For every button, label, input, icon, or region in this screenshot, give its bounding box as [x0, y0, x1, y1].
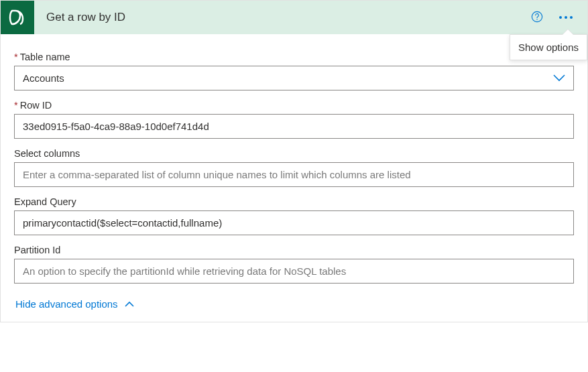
partition-id-input-wrapper: [14, 259, 574, 284]
select-columns-input[interactable]: [23, 169, 565, 180]
options-tooltip: Show options: [510, 34, 587, 60]
hide-advanced-options-toggle[interactable]: Hide advanced options: [14, 298, 134, 310]
expand-query-input[interactable]: [23, 217, 565, 229]
card-header: Get a row by ID Show options: [1, 1, 587, 34]
chevron-up-icon: [125, 298, 134, 310]
required-marker: *: [14, 52, 18, 62]
svg-point-4: [570, 16, 573, 19]
table-name-value: Accounts: [23, 72, 64, 84]
connector-icon: [1, 1, 34, 34]
field-expand-query: Expand Query: [14, 196, 574, 235]
header-actions: [531, 11, 587, 25]
select-columns-input-wrapper: [14, 162, 574, 187]
svg-point-3: [565, 16, 567, 19]
help-icon[interactable]: [531, 11, 543, 25]
field-table-name: *Table name Accounts: [14, 52, 574, 90]
field-partition-id: Partition Id: [14, 245, 574, 284]
select-columns-label: Select columns: [14, 148, 574, 159]
action-card: Get a row by ID Show options: [0, 0, 588, 322]
svg-point-1: [536, 19, 538, 20]
dataverse-icon: [7, 7, 27, 27]
row-id-input[interactable]: [23, 121, 565, 132]
chevron-down-icon: [553, 72, 565, 84]
expand-query-input-wrapper: [14, 210, 574, 235]
card-body: *Table name Accounts *Row ID Select: [1, 34, 587, 322]
partition-id-input[interactable]: [23, 265, 565, 277]
card-title: Get a row by ID: [34, 11, 531, 24]
expand-query-label: Expand Query: [14, 196, 574, 207]
svg-point-2: [559, 16, 562, 19]
field-select-columns: Select columns: [14, 148, 574, 187]
more-options-icon[interactable]: [558, 11, 574, 23]
row-id-label: *Row ID: [14, 100, 574, 111]
table-name-select[interactable]: Accounts: [14, 66, 574, 90]
table-name-label: *Table name: [14, 52, 574, 62]
row-id-input-wrapper: [14, 114, 574, 139]
toggle-label: Hide advanced options: [15, 298, 118, 310]
field-row-id: *Row ID: [14, 100, 574, 139]
required-marker: *: [14, 100, 18, 111]
partition-id-label: Partition Id: [14, 245, 574, 255]
